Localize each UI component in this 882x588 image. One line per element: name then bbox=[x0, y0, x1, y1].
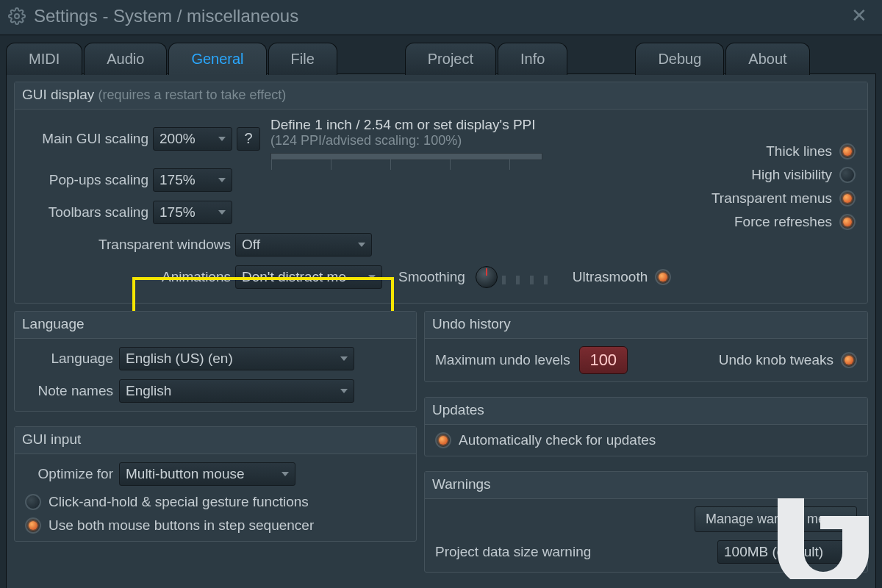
animations-dropdown[interactable]: Don't distract me bbox=[235, 265, 382, 289]
thick-lines-radio[interactable] bbox=[839, 143, 856, 159]
main-scaling-dropdown[interactable]: 200% bbox=[153, 127, 232, 151]
popups-scaling-label: Pop-ups scaling bbox=[25, 172, 148, 188]
max-undo-label: Maximum undo levels bbox=[435, 352, 570, 368]
ultrasmooth-label: Ultrasmooth bbox=[573, 269, 648, 285]
group-gui-input: GUI input Optimize for Multi-button mous… bbox=[14, 426, 417, 542]
group-gui-display: GUI display (requires a restart to take … bbox=[14, 82, 868, 304]
ppi-hint: (124 PPI/advised scaling: 100%) bbox=[270, 133, 542, 148]
language-label: Language bbox=[25, 351, 113, 367]
max-undo-value[interactable]: 100 bbox=[579, 346, 628, 374]
close-icon[interactable]: ✕ bbox=[845, 4, 873, 27]
transparent-windows-label: Transparent windows bbox=[25, 237, 231, 253]
watermark-logo bbox=[770, 491, 873, 579]
optimize-for-label: Optimize for bbox=[25, 466, 113, 482]
updates-title: Updates bbox=[432, 402, 484, 417]
optimize-for-dropdown[interactable]: Multi-button mouse bbox=[119, 462, 295, 486]
animations-label: Animations bbox=[25, 269, 231, 285]
smoothing-ticks bbox=[502, 270, 548, 284]
popups-scaling-dropdown[interactable]: 175% bbox=[153, 168, 232, 192]
tab-audio[interactable]: Audio bbox=[84, 43, 167, 75]
tab-about[interactable]: About bbox=[725, 43, 809, 75]
main-scaling-label: Main GUI scaling bbox=[25, 131, 148, 147]
click-hold-label: Click-and-hold & special gesture functio… bbox=[49, 494, 309, 510]
smoothing-label: Smoothing bbox=[398, 269, 465, 285]
tab-debug[interactable]: Debug bbox=[635, 43, 724, 75]
note-names-label: Note names bbox=[25, 383, 113, 399]
note-names-dropdown[interactable]: English bbox=[119, 379, 354, 403]
high-visibility-label: High visibility bbox=[751, 167, 832, 183]
titlebar: Settings - System / miscellaneous ✕ bbox=[0, 0, 882, 35]
data-size-label: Project data size warning bbox=[435, 544, 591, 560]
undo-knob-tweaks-label: Undo knob tweaks bbox=[719, 352, 833, 368]
undo-knob-tweaks-radio[interactable] bbox=[841, 352, 857, 368]
group-language: Language Language English (US) (en) Note… bbox=[14, 311, 417, 412]
gui-display-hint: (requires a restart to take effect) bbox=[98, 87, 286, 102]
group-undo: Undo history Maximum undo levels 100 Und… bbox=[424, 311, 868, 382]
high-visibility-radio[interactable] bbox=[839, 167, 856, 183]
tab-general[interactable]: General bbox=[168, 43, 266, 75]
tab-midi[interactable]: MIDI bbox=[6, 43, 82, 75]
gui-display-title: GUI display bbox=[22, 87, 94, 102]
tab-file[interactable]: File bbox=[268, 43, 337, 75]
smoothing-knob[interactable] bbox=[476, 266, 498, 288]
use-both-label: Use both mouse buttons in step sequencer bbox=[49, 517, 314, 534]
warnings-title: Warnings bbox=[432, 476, 491, 492]
right-options: Thick lines High visibility Transparent … bbox=[711, 143, 856, 230]
toolbars-scaling-dropdown[interactable]: 175% bbox=[153, 201, 232, 224]
force-refreshes-label: Force refreshes bbox=[734, 214, 832, 230]
undo-title: Undo history bbox=[432, 316, 511, 331]
use-both-radio[interactable] bbox=[25, 517, 41, 534]
toolbars-scaling-label: Toolbars scaling bbox=[25, 204, 148, 220]
tab-project[interactable]: Project bbox=[405, 43, 496, 75]
help-button[interactable]: ? bbox=[237, 127, 260, 151]
auto-check-radio[interactable] bbox=[435, 432, 451, 448]
svg-point-0 bbox=[15, 14, 19, 18]
transparent-windows-dropdown[interactable]: Off bbox=[235, 233, 372, 257]
auto-check-label: Automatically check for updates bbox=[459, 432, 656, 448]
transparent-menus-radio[interactable] bbox=[839, 190, 856, 207]
gui-input-title: GUI input bbox=[22, 431, 81, 447]
force-refreshes-radio[interactable] bbox=[839, 214, 856, 230]
thick-lines-label: Thick lines bbox=[766, 143, 832, 159]
click-hold-radio[interactable] bbox=[25, 494, 41, 510]
ultrasmooth-radio[interactable] bbox=[655, 269, 671, 285]
tabs-bar: MIDI Audio General File Project Info Deb… bbox=[0, 35, 882, 74]
window-title: Settings - System / miscellaneous bbox=[34, 6, 298, 26]
language-title: Language bbox=[22, 316, 85, 331]
tab-info[interactable]: Info bbox=[498, 43, 567, 75]
gear-icon bbox=[7, 7, 26, 26]
language-dropdown[interactable]: English (US) (en) bbox=[119, 347, 354, 370]
ppi-heading: Define 1 inch / 2.54 cm or set display's… bbox=[270, 117, 542, 133]
group-updates: Updates Automatically check for updates bbox=[424, 397, 868, 456]
transparent-menus-label: Transparent menus bbox=[711, 190, 832, 207]
content-area: GUI display (requires a restart to take … bbox=[6, 74, 876, 588]
ppi-slider[interactable] bbox=[270, 153, 542, 160]
